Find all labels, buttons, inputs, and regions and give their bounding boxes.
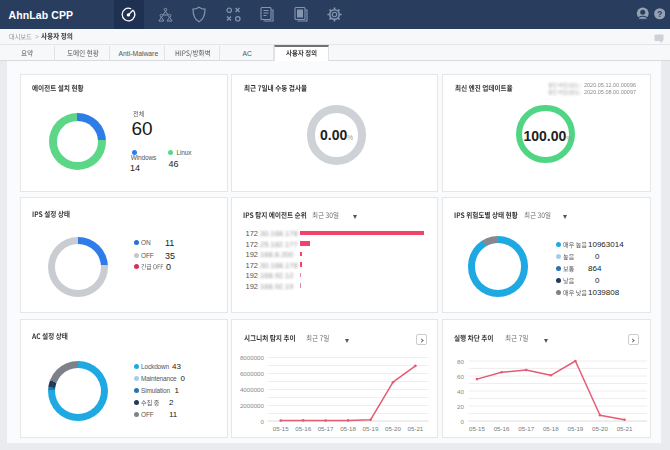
svg-text:4000000: 4000000 [240,386,265,393]
svg-text:0: 0 [461,418,465,425]
svg-text:80: 80 [457,358,464,365]
svg-text:0: 0 [261,418,265,425]
svg-text:20: 20 [457,403,464,410]
svg-text:05-18: 05-18 [340,425,356,432]
svg-text:05-15: 05-15 [469,425,485,432]
svg-text:40: 40 [457,388,464,395]
svg-text:05-20: 05-20 [385,425,401,432]
svg-text:05-21: 05-21 [407,425,423,432]
svg-text:05-16: 05-16 [295,425,311,432]
svg-text:05-19: 05-19 [363,425,379,432]
svg-text:05-16: 05-16 [494,425,510,432]
svg-text:05-19: 05-19 [567,425,583,432]
svg-text:6000000: 6000000 [240,370,265,377]
svg-text:05-20: 05-20 [592,425,608,432]
svg-text:60: 60 [457,373,464,380]
svg-text:05-21: 05-21 [617,425,633,432]
svg-text:05-17: 05-17 [318,425,334,432]
svg-text:2000000: 2000000 [240,402,265,409]
svg-text:05-17: 05-17 [518,425,534,432]
svg-text:?: ? [657,10,662,19]
svg-text:05-15: 05-15 [273,425,289,432]
svg-text:8000000: 8000000 [240,354,265,361]
svg-text:05-18: 05-18 [543,425,559,432]
